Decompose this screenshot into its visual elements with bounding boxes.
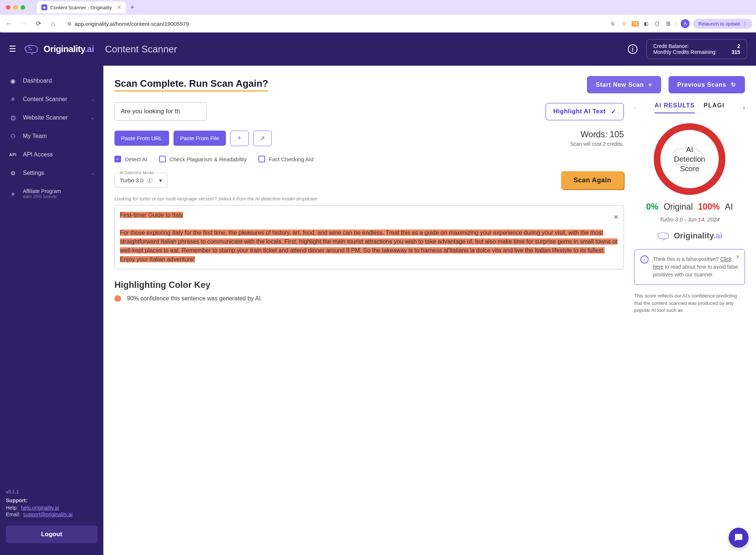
relaunch-button[interactable]: Relaunch to update ⋮	[693, 19, 752, 29]
sidebar-item-dashboard[interactable]: ◉ Dashboard	[0, 72, 103, 90]
help-link[interactable]: help.originality.ai	[21, 505, 59, 511]
extensions-menu-icon[interactable]: ⊞	[664, 20, 672, 27]
chevron-down-icon: ▾	[159, 177, 162, 184]
sidebar-item-affiliate[interactable]: ★ Affiliate Program earn 25% forever	[0, 184, 103, 204]
chevron-down-icon: ⌄	[91, 97, 94, 102]
model-date: Turbo 3.0 - Jun 14, 2024	[634, 216, 745, 223]
info-icon[interactable]: i	[628, 44, 638, 54]
reload-button[interactable]: ⟳	[33, 20, 44, 28]
gear-icon: ⚙	[9, 169, 17, 177]
api-icon: API	[9, 151, 17, 159]
info-icon: i	[147, 178, 152, 183]
results-next-icon[interactable]: ›	[743, 104, 745, 111]
chevron-down-icon: ⌄	[91, 170, 94, 176]
scan-cost: Scan will cost 2 credits.	[570, 141, 624, 147]
sidebar-item-my-team[interactable]: ⚇ My Team	[0, 127, 103, 145]
favicon-icon: ◉	[41, 4, 47, 10]
sidebar-item-label: Dashboard	[23, 77, 52, 84]
share-button[interactable]: ↗	[253, 131, 272, 146]
false-positive-info-card: i Think this is a false positive? Click …	[634, 249, 745, 285]
version-text: v3.1.1	[6, 489, 97, 494]
logout-button[interactable]: Logout	[6, 525, 97, 543]
home-button[interactable]: ⌂	[48, 20, 58, 28]
main-content: Scan Complete. Run Scan Again? Start New…	[103, 66, 756, 555]
monthly-credits-label: Monthly Credits Remaining:	[653, 49, 717, 55]
forward-button[interactable]: →	[18, 20, 29, 28]
tab-plagiarism[interactable]: PLAGI	[704, 102, 724, 113]
affiliate-sub: earn 25% forever	[23, 194, 61, 199]
hamburger-menu-icon[interactable]: ☰	[9, 44, 16, 54]
chat-button[interactable]	[729, 528, 749, 548]
color-key-text: 90% confidence this sentence was generat…	[127, 295, 262, 302]
install-app-icon[interactable]: ⎘	[609, 20, 617, 27]
paste-from-url-button[interactable]: Paste From URL	[114, 131, 169, 146]
score-disclaimer: This score reflects our AI's confidence …	[634, 292, 745, 314]
credit-balance-box: Credit Balance: 2 Monthly Credits Remain…	[646, 39, 747, 59]
color-key-heading: Highlighting Color Key	[114, 280, 624, 290]
back-button[interactable]: ←	[4, 20, 14, 28]
chevron-down-icon: ⌄	[91, 115, 94, 120]
maximize-window-icon[interactable]	[21, 5, 25, 10]
scan-again-button[interactable]: Scan Again	[561, 171, 624, 189]
sidebar-item-label: Settings	[23, 170, 44, 176]
globe-icon: ⊡	[9, 114, 17, 122]
history-icon: ↻	[731, 81, 736, 88]
previous-scans-button[interactable]: Previous Scans ↻	[669, 76, 745, 93]
checkbox-icon	[159, 156, 166, 162]
results-prev-icon[interactable]: ‹	[634, 104, 636, 111]
extension-icon[interactable]: ◐	[642, 20, 650, 27]
detect-ai-checkbox[interactable]: ✓ Detect AI	[114, 156, 147, 162]
logo[interactable]: Originality.ai	[24, 42, 94, 56]
team-icon: ⚇	[9, 132, 17, 140]
close-icon[interactable]: ✕	[614, 213, 618, 222]
originality-logo: Originality.ai	[634, 230, 745, 242]
start-new-scan-button[interactable]: Start New Scan +	[587, 76, 661, 93]
url-text[interactable]: app.originality.ai/home/content-scan/190…	[75, 21, 189, 27]
sidebar-item-label: My Team	[23, 133, 47, 139]
tab-ai-results[interactable]: AI RESULTS	[654, 102, 695, 113]
plagiarism-checkbox[interactable]: Check Plagiarism & Readability	[159, 156, 247, 162]
profile-avatar[interactable]: A	[681, 19, 690, 28]
app-header: ☰ Originality.ai Content Scanner i Credi…	[0, 32, 756, 66]
score-label: AI DetectionScore	[671, 145, 708, 173]
check-icon: ✓	[611, 108, 616, 116]
ai-pct: 100%	[698, 202, 720, 212]
original-pct: 0%	[646, 202, 658, 212]
new-tab-button[interactable]: +	[130, 4, 134, 11]
extension-icon[interactable]: ⟨⟩	[653, 20, 661, 27]
sidebar-item-website-scanner[interactable]: ⊡ Website Scanner ⌄	[0, 108, 103, 127]
chat-icon	[734, 533, 743, 542]
sidebar: ◉ Dashboard ≡ Content Scanner ⌄ ⊡ Websit…	[0, 66, 103, 555]
window-controls[interactable]	[3, 5, 28, 10]
highlighted-title: First-timer Guide to Italy	[120, 212, 183, 218]
highlighted-body: For those exploring Italy for the first …	[120, 230, 618, 262]
add-button[interactable]: +	[230, 131, 249, 146]
extension-badge-icon[interactable]: 73	[632, 21, 639, 27]
list-icon: ≡	[9, 95, 17, 103]
checkbox-icon	[258, 156, 265, 162]
paste-from-file-button[interactable]: Paste From File	[173, 131, 226, 146]
sidebar-item-label: Website Scanner	[23, 114, 68, 121]
info-icon: i	[640, 255, 649, 263]
word-count: Words: 105	[570, 130, 624, 139]
sidebar-item-content-scanner[interactable]: ≡ Content Scanner ⌄	[0, 90, 103, 108]
highlight-ai-text-button[interactable]: Highlight AI Text ✓	[546, 103, 624, 120]
close-icon[interactable]: ✕	[736, 254, 740, 260]
sidebar-item-api-access[interactable]: API API Access	[0, 145, 103, 164]
ai-label: AI	[725, 202, 733, 212]
minimize-window-icon[interactable]	[13, 5, 18, 10]
credit-balance-value: 2	[737, 43, 740, 49]
email-link[interactable]: support@originality.ai	[23, 511, 73, 517]
site-settings-icon[interactable]: ⚙	[67, 21, 72, 27]
close-tab-icon[interactable]: ✕	[117, 4, 121, 10]
scan-title-input[interactable]	[114, 102, 207, 121]
content-text-area[interactable]: ✕ First-timer Guide to Italy For those e…	[114, 205, 624, 269]
bookmark-icon[interactable]: ☆	[621, 20, 628, 27]
score-ring: AI DetectionScore	[653, 122, 726, 196]
fact-check-checkbox[interactable]: Fact Checking Aid	[258, 156, 313, 162]
plus-icon: +	[237, 134, 241, 142]
close-window-icon[interactable]	[6, 5, 10, 10]
sidebar-item-settings[interactable]: ⚙ Settings ⌄	[0, 164, 103, 182]
browser-tab[interactable]: ◉ Content Scanner - Originality ✕	[37, 1, 126, 13]
model-select[interactable]: AI Detection Model Turbo 3.0 i ▾	[114, 173, 168, 188]
